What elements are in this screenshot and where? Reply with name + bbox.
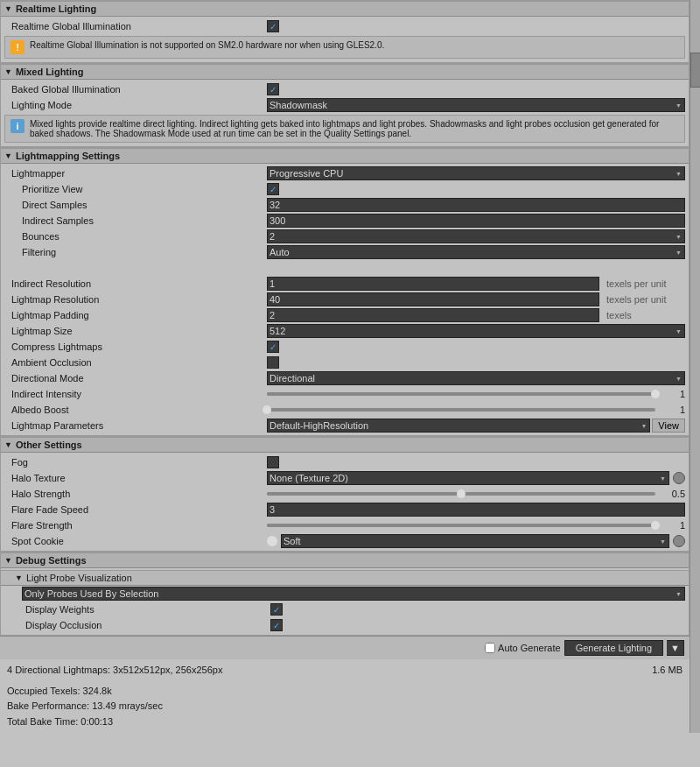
flare-strength-track[interactable]: [267, 524, 655, 527]
halo-texture-container: None (Texture 2D): [267, 471, 685, 485]
flare-strength-thumb[interactable]: [651, 521, 660, 530]
flare-fade-speed-row: Flare Fade Speed: [1, 502, 689, 517]
fog-label: Fog: [4, 457, 267, 468]
filtering-dropdown[interactable]: Auto: [267, 245, 685, 259]
indirect-resolution-label: Indirect Resolution: [4, 278, 267, 289]
baked-gi-value: [267, 83, 685, 95]
flare-strength-label: Flare Strength: [4, 520, 267, 531]
debug-title: Debug Settings: [16, 555, 87, 566]
prioritize-view-checkbox[interactable]: [267, 183, 279, 195]
indirect-samples-row: Indirect Samples: [1, 213, 689, 229]
baked-gi-checkbox[interactable]: [267, 83, 279, 95]
mixed-info-text: Mixed lights provide realtime direct lig…: [30, 119, 679, 138]
lightmap-params-view-btn[interactable]: View: [652, 419, 685, 433]
lightmap-padding-row: Lightmap Padding texels: [1, 307, 689, 323]
directional-mode-row: Directional Mode Directional: [1, 370, 689, 386]
ambient-occlusion-label: Ambient Occlusion: [4, 357, 267, 368]
flare-strength-row: Flare Strength 1: [1, 517, 689, 533]
baked-gi-label: Baked Global Illumination: [4, 84, 267, 95]
display-weights-checkbox[interactable]: [270, 603, 283, 616]
bounces-row: Bounces 2: [1, 229, 689, 244]
flare-fade-speed-label: Flare Fade Speed: [4, 504, 267, 515]
indirect-intensity-track[interactable]: [267, 392, 655, 396]
lightmap-resolution-unit: texels per unit: [606, 294, 666, 305]
mixed-lighting-header[interactable]: ▼ Mixed Lighting: [1, 64, 689, 80]
lighting-mode-label: Lighting Mode: [4, 100, 267, 110]
realtime-warning-text: Realtime Global Illumination is not supp…: [30, 40, 384, 50]
indirect-resolution-unit: texels per unit: [606, 278, 666, 289]
halo-strength-value: 0.5: [659, 489, 685, 499]
halo-texture-dropdown[interactable]: None (Texture 2D): [267, 471, 669, 485]
mixed-arrow: ▼: [4, 67, 12, 76]
direct-samples-input[interactable]: [267, 198, 685, 212]
display-weights-row: Display Weights: [1, 602, 689, 617]
lightmap-params-dropdown[interactable]: Default-HighResolution: [267, 419, 650, 433]
stats-line2: Occupied Texels: 324.8k: [7, 684, 682, 700]
albedo-boost-track[interactable]: [267, 408, 655, 412]
flare-strength-value: 1: [659, 520, 685, 531]
compress-lightmaps-checkbox[interactable]: [267, 341, 279, 353]
halo-strength-row: Halo Strength 0.5: [1, 486, 689, 502]
lightmap-params-row: Lightmap Parameters Default-HighResoluti…: [1, 418, 689, 433]
direct-samples-label: Direct Samples: [4, 200, 267, 210]
display-occlusion-row: Display Occlusion: [1, 617, 689, 633]
lighting-mode-dropdown[interactable]: Shadowmask: [267, 98, 685, 112]
generate-lighting-dropdown-btn[interactable]: ▼: [667, 640, 684, 656]
indirect-resolution-input[interactable]: [267, 277, 599, 291]
auto-generate-checkbox[interactable]: [485, 643, 495, 653]
debug-body: ▼ Light Probe Visualization Only Probes …: [1, 568, 689, 635]
debug-arrow: ▼: [4, 556, 12, 565]
mixed-info-box: i Mixed lights provide realtime direct l…: [4, 115, 685, 143]
flare-fade-speed-input[interactable]: [267, 503, 685, 517]
other-body: Fog Halo Texture None (Texture 2D): [1, 453, 689, 551]
probe-viz-dropdown[interactable]: Only Probes Used By Selection: [22, 587, 685, 601]
lightmapping-header[interactable]: ▼ Lightmapping Settings: [1, 148, 689, 164]
flare-strength-fill: [267, 524, 655, 527]
indirect-intensity-thumb[interactable]: [651, 390, 660, 398]
stats-size: 1.6 MB: [652, 663, 682, 679]
lighting-mode-row: Lighting Mode Shadowmask: [1, 97, 689, 113]
light-probe-viz-header[interactable]: ▼ Light Probe Visualization: [1, 570, 689, 586]
lightmap-resolution-input[interactable]: [267, 292, 599, 306]
scrollbar-thumb[interactable]: [690, 53, 700, 88]
halo-strength-label: Halo Strength: [4, 489, 267, 499]
halo-texture-row: Halo Texture None (Texture 2D): [1, 470, 689, 486]
bounces-label: Bounces: [4, 231, 267, 242]
spot-cookie-dropdown[interactable]: Soft: [281, 534, 669, 548]
indirect-samples-input[interactable]: [267, 214, 685, 228]
lightmap-resolution-label: Lightmap Resolution: [4, 294, 267, 305]
stats-lightmaps: 4 Directional Lightmaps: 3x512x512px, 25…: [7, 663, 222, 679]
bounces-dropdown[interactable]: 2: [267, 229, 685, 243]
lightmap-padding-input[interactable]: [267, 308, 599, 322]
lightmap-size-dropdown[interactable]: 512: [267, 324, 685, 338]
lightmap-params-container: Default-HighResolution View: [267, 419, 685, 433]
indirect-intensity-row: Indirect Intensity 1: [1, 386, 689, 402]
realtime-warning-box: ! Realtime Global Illumination is not su…: [4, 36, 685, 59]
directional-mode-dropdown[interactable]: Directional: [267, 371, 685, 385]
display-occlusion-checkbox[interactable]: [270, 619, 283, 631]
debug-settings-header[interactable]: ▼ Debug Settings: [1, 552, 689, 568]
indirect-resolution-row: Indirect Resolution texels per unit: [1, 276, 689, 292]
fog-checkbox[interactable]: [267, 456, 279, 468]
auto-generate-text: Auto Generate: [498, 643, 561, 653]
spot-cookie-circle-btn[interactable]: [673, 535, 685, 547]
albedo-boost-value: 1: [659, 405, 685, 415]
ambient-occlusion-checkbox[interactable]: [267, 356, 279, 369]
halo-texture-circle-btn[interactable]: [673, 472, 685, 484]
spacer1: [1, 260, 689, 276]
realtime-gi-checkbox[interactable]: [267, 20, 279, 32]
indirect-intensity-value: 1: [659, 389, 685, 399]
prioritize-view-label: Prioritize View: [4, 184, 267, 194]
halo-strength-thumb[interactable]: [457, 489, 466, 498]
indirect-intensity-label: Indirect Intensity: [4, 389, 267, 399]
halo-strength-track[interactable]: [267, 492, 655, 496]
light-probe-arrow: ▼: [15, 573, 23, 582]
lightmapper-dropdown[interactable]: Progressive CPU: [267, 166, 685, 180]
albedo-boost-thumb[interactable]: [262, 405, 271, 414]
generate-lighting-btn[interactable]: Generate Lighting: [564, 640, 663, 656]
other-settings-header[interactable]: ▼ Other Settings: [1, 437, 689, 453]
realtime-lighting-header[interactable]: ▼ Realtime Lighting: [1, 1, 689, 17]
auto-generate-label[interactable]: Auto Generate: [485, 643, 561, 653]
display-weights-label: Display Weights: [8, 604, 270, 615]
scrollbar[interactable]: [690, 0, 700, 733]
